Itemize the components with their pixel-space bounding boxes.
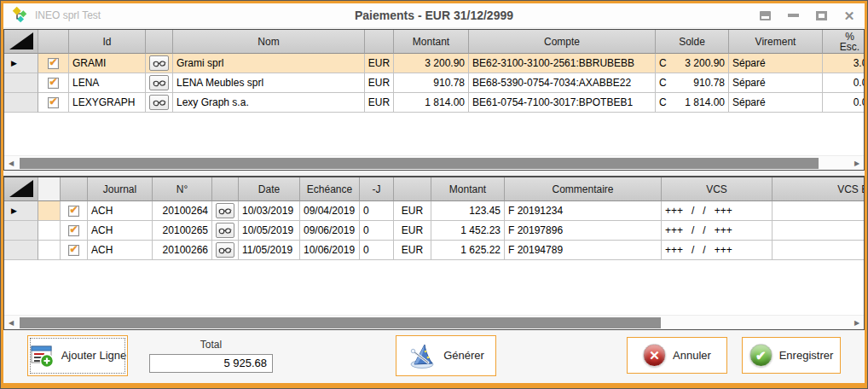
row-checkbox[interactable]: ✔ bbox=[68, 245, 79, 256]
column-header-echeance[interactable]: Echéance bbox=[300, 177, 360, 201]
column-header-devise[interactable] bbox=[365, 30, 394, 54]
cell-devise[interactable]: EUR bbox=[365, 73, 394, 93]
row-select-cell[interactable]: ✔ bbox=[38, 93, 69, 113]
minimize-icon[interactable] bbox=[786, 9, 800, 21]
cell-vcs[interactable]: +++ / / +++ bbox=[662, 201, 773, 221]
cell-nom[interactable]: Lexy Graph s.a. bbox=[173, 93, 365, 113]
column-header-devise-2[interactable] bbox=[394, 177, 431, 201]
column-header-check-2[interactable] bbox=[61, 177, 88, 201]
scroll-left-icon[interactable]: ◀ bbox=[4, 316, 18, 330]
cell-montant[interactable]: 1 625.22 bbox=[431, 241, 505, 260]
row-indicator[interactable] bbox=[4, 241, 38, 260]
row-checkbox[interactable]: ✔ bbox=[48, 97, 59, 108]
cell-num[interactable]: 20100266 bbox=[153, 241, 212, 260]
cell-lookup[interactable] bbox=[212, 241, 239, 260]
column-header-commentaire[interactable]: Commentaire bbox=[505, 177, 662, 201]
lookup-button[interactable] bbox=[149, 75, 169, 90]
select-all-corner-2[interactable] bbox=[4, 177, 38, 201]
cell-montant[interactable]: 3 200.90 bbox=[394, 54, 469, 73]
cell-lookup[interactable] bbox=[146, 73, 173, 93]
scrollbar-thumb[interactable] bbox=[20, 317, 661, 328]
column-header-id[interactable]: Id bbox=[69, 30, 146, 54]
generate-button[interactable]: Générer bbox=[396, 335, 496, 376]
cell-montant[interactable]: 123.45 bbox=[431, 201, 505, 221]
scroll-right-icon[interactable]: ▶ bbox=[850, 156, 864, 171]
column-header-solde[interactable]: Solde bbox=[656, 30, 729, 54]
lookup-button[interactable] bbox=[149, 55, 169, 71]
cell-solde[interactable]: C1 814.00 bbox=[656, 93, 729, 113]
row-indicator[interactable] bbox=[4, 221, 38, 241]
lookup-button[interactable] bbox=[216, 203, 234, 218]
row-indicator[interactable]: ▶ bbox=[4, 54, 38, 73]
row-select-cell[interactable]: ✔ bbox=[61, 241, 88, 260]
row-checkbox[interactable]: ✔ bbox=[48, 58, 59, 69]
cell-num[interactable]: 20100265 bbox=[153, 221, 212, 241]
supplier-row[interactable]: ✔ LENA LENA Meubles sprl EUR 910.78 BE68… bbox=[4, 73, 864, 93]
cell-vcseur[interactable] bbox=[773, 241, 865, 260]
select-all-corner[interactable] bbox=[4, 30, 38, 54]
cell-nom[interactable]: LENA Meubles sprl bbox=[173, 73, 365, 93]
supplier-row[interactable]: ✔ LEXYGRAPH Lexy Graph s.a. EUR 1 814.00… bbox=[4, 93, 864, 113]
cell-echeance[interactable]: 10/06/2019 bbox=[300, 241, 360, 260]
cell-solde[interactable]: C910.78 bbox=[656, 73, 729, 93]
cell-id[interactable]: LEXYGRAPH bbox=[69, 93, 146, 113]
column-header-sel[interactable] bbox=[38, 177, 61, 201]
cell-devise[interactable]: EUR bbox=[394, 241, 431, 260]
cell-date[interactable]: 10/05/2019 bbox=[239, 221, 300, 241]
cell-devise[interactable]: EUR bbox=[394, 201, 431, 221]
cell-id[interactable]: LENA bbox=[69, 73, 146, 93]
cell-j[interactable]: 0 bbox=[360, 241, 394, 260]
cell-echeance[interactable]: 09/06/2019 bbox=[300, 221, 360, 241]
row-indicator[interactable]: ▶ bbox=[4, 201, 38, 221]
dock-bottom-icon[interactable] bbox=[758, 9, 772, 21]
row-checkbox[interactable]: ✔ bbox=[68, 206, 79, 217]
scrollbar-rail[interactable] bbox=[18, 317, 850, 328]
column-header-esc[interactable]: % Esc. bbox=[823, 30, 865, 54]
column-header-vcs[interactable]: VCS bbox=[662, 177, 773, 201]
cell-vcs[interactable]: +++ / / +++ bbox=[662, 241, 773, 260]
row-highlight-cell[interactable] bbox=[38, 221, 61, 241]
row-select-cell[interactable]: ✔ bbox=[38, 54, 69, 73]
cell-lookup[interactable] bbox=[146, 54, 173, 73]
cancel-button[interactable]: ✕ Annuler bbox=[627, 337, 727, 374]
cell-commentaire[interactable]: F 20191234 bbox=[505, 201, 662, 221]
cell-montant[interactable]: 910.78 bbox=[394, 73, 469, 93]
save-button[interactable]: ✔ Enregistrer bbox=[742, 337, 841, 374]
row-select-cell[interactable]: ✔ bbox=[38, 73, 69, 93]
column-header-date[interactable]: Date bbox=[239, 177, 300, 201]
cell-esc[interactable]: 0.00 bbox=[823, 93, 865, 113]
column-header-journal[interactable]: Journal bbox=[88, 177, 153, 201]
close-icon[interactable]: ✕ bbox=[842, 9, 856, 21]
cell-virement[interactable]: Séparé bbox=[729, 93, 823, 113]
row-checkbox[interactable]: ✔ bbox=[68, 225, 79, 236]
cell-compte[interactable]: BE62-3100-3100-2561:BBRUBEBB bbox=[469, 54, 656, 73]
scroll-right-icon[interactable]: ▶ bbox=[850, 316, 864, 330]
row-highlight-cell[interactable] bbox=[38, 241, 61, 260]
column-header-virement[interactable]: Virement bbox=[729, 30, 823, 54]
cell-virement[interactable]: Séparé bbox=[729, 73, 823, 93]
lookup-button[interactable] bbox=[216, 223, 234, 238]
cell-esc[interactable]: 3.00 bbox=[823, 54, 865, 73]
cell-montant[interactable]: 1 452.23 bbox=[431, 221, 505, 241]
cell-date[interactable]: 11/05/2019 bbox=[239, 241, 300, 260]
row-indicator[interactable] bbox=[4, 73, 38, 93]
lookup-button[interactable] bbox=[216, 242, 234, 258]
column-header-montant[interactable]: Montant bbox=[394, 30, 469, 54]
column-header-nom[interactable]: Nom bbox=[173, 30, 365, 54]
cell-num[interactable]: 20100264 bbox=[153, 201, 212, 221]
column-header-vcseur[interactable]: VCS Eur bbox=[773, 177, 865, 201]
documents-grid-hscrollbar[interactable]: ◀ ▶ bbox=[4, 315, 864, 329]
cell-journal[interactable]: ACH bbox=[88, 201, 153, 221]
cell-lookup[interactable] bbox=[212, 221, 239, 241]
scroll-left-icon[interactable]: ◀ bbox=[4, 156, 18, 171]
cell-compte[interactable]: BE61-0754-7100-3017:BPOTBEB1 bbox=[469, 93, 656, 113]
column-header-lookup[interactable] bbox=[146, 30, 173, 54]
cell-journal[interactable]: ACH bbox=[88, 221, 153, 241]
document-row[interactable]: ✔ ACH 20100266 11/05/2019 10/06/2019 0 E… bbox=[4, 241, 864, 260]
row-select-cell[interactable]: ✔ bbox=[61, 221, 88, 241]
column-header-j[interactable]: -J bbox=[360, 177, 394, 201]
cell-j[interactable]: 0 bbox=[360, 221, 394, 241]
column-header-montant-2[interactable]: Montant bbox=[431, 177, 505, 201]
scrollbar-rail[interactable] bbox=[18, 158, 850, 169]
cell-devise[interactable]: EUR bbox=[394, 221, 431, 241]
